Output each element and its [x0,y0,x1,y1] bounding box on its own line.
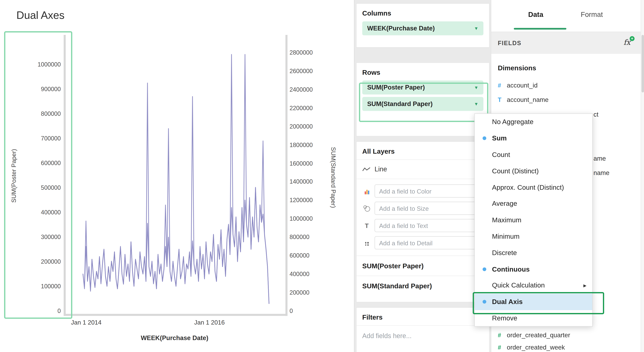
measure-row-list: SUM(Poster Paper)SUM(Standard Paper) [356,256,489,296]
text-type-icon: T [498,96,507,103]
menu-item-quick-calculation[interactable]: Quick Calculation▸ [475,277,592,294]
menu-item-label: Minimum [492,232,520,240]
rows-pill-sum-standard-paper[interactable]: SUM(Standard Paper)▼ [362,97,484,111]
number-type-icon: # [498,82,507,88]
right-axis-tick-label: 1000000 [290,215,313,222]
menu-item-label: Remove [492,314,517,322]
dimensions-header: Dimensions [498,64,536,72]
all-layers-card: All Layers Line T SUM(Poster Paper)SUM(S… [356,141,490,302]
filters-drop-target[interactable]: Add fields here... [356,326,489,346]
dimension-field-list: #account_idTaccount_name [491,78,644,107]
menu-item-label: Quick Calculation [492,282,545,289]
rows-card: Rows SUM(Poster Paper)▼SUM(Standard Pape… [356,62,490,136]
obscured-field-fragment: ame [594,155,606,162]
add-formula-button[interactable]: fx+ [624,38,630,46]
tab-format[interactable]: Format [581,11,603,19]
obscured-field-fragment: ct [594,111,598,118]
tab-data[interactable]: Data [528,11,544,19]
left-axis-tick-label: 400000 [21,209,61,216]
menu-item-approx-count-distinct[interactable]: Approx. Count (Distinct) [475,179,592,196]
field-order-created-quarter[interactable]: #order_created_quarter [491,329,644,342]
mark-type-selector[interactable]: Line [356,160,489,179]
obscured-field-fragment: name [594,169,610,177]
fields-section-bar: FIELDS fx+ [491,32,644,54]
filters-header: Filters [356,308,489,326]
add-field-to-size-input[interactable] [374,202,484,215]
x-axis-title: WEEK(Purchase Date) [123,334,226,342]
left-axis-tick-label: 600000 [21,160,61,167]
add-field-to-detail-input[interactable] [374,236,484,249]
menu-item-discrete[interactable]: Discrete [475,245,592,261]
right-axis-ticks: 0200000400000600000800000100000012000001… [290,0,335,352]
left-axis-title: SUM(Poster Paper) [10,149,17,203]
right-axis-tick-label: 2200000 [290,104,313,112]
field-target-color [356,182,489,200]
x-tick-label: Jan 1 2016 [185,319,234,326]
submenu-arrow-icon: ▸ [584,282,586,289]
right-axis-tick-label: 0 [290,307,293,315]
menu-item-label: Discrete [492,249,517,256]
left-axis-tick-label: 100000 [21,283,61,290]
left-axis-tick-label: 1000000 [21,61,61,68]
menu-item-label: Approx. Count (Distinct) [492,184,564,191]
menu-item-dual-axis[interactable]: Dual Axis [475,294,592,310]
app-window: Dual Axes 010000020000030000040000050000… [0,0,644,352]
add-field-to-text-input[interactable] [374,219,484,232]
pill-label: WEEK(Purchase Date) [367,25,435,32]
dimension-field-list-bottom: #order_created_quarter#order_created_wee… [491,329,644,352]
menu-item-label: Continuous [492,265,530,273]
menu-item-label: Maximum [492,216,522,224]
field-name: account_id [507,82,538,89]
chart-panel: Dual Axes 010000020000030000040000050000… [0,0,354,352]
menu-item-count-distinct[interactable]: Count (Distinct) [475,163,592,179]
line-mark-icon [362,166,370,172]
menu-item-label: Sum [492,134,507,142]
menu-item-no-aggregate[interactable]: No Aggregate [475,114,592,130]
dropdown-caret-icon[interactable]: ▼ [474,85,478,90]
menu-item-remove[interactable]: Remove [475,310,592,326]
pill-label: SUM(Poster Paper) [367,84,425,91]
add-field-to-color-input[interactable] [374,184,484,198]
number-type-icon: # [498,332,507,338]
right-axis-tick-label: 2600000 [290,67,313,75]
text-icon: T [361,222,372,229]
menu-item-minimum[interactable]: Minimum [475,228,592,245]
menu-item-label: Average [492,200,517,208]
fields-header: FIELDS [491,40,522,46]
field-order-created-week[interactable]: #order_created_week [491,342,644,352]
menu-item-count[interactable]: Count [475,146,592,163]
field-target-detail [356,234,489,252]
menu-item-average[interactable]: Average [475,196,592,212]
scrollbar[interactable] [641,0,644,352]
left-axis-tick-label: 500000 [21,184,61,192]
columns-pill-week-purchase-date[interactable]: WEEK(Purchase Date)▼ [362,21,484,35]
x-tick-label: Jan 1 2014 [62,319,111,326]
dropdown-caret-icon[interactable]: ▼ [474,102,478,106]
mark-type-label: Line [374,166,387,173]
scrollbar-thumb[interactable] [642,35,644,92]
aggregate-context-menu: No AggregateSumCountCount (Distinct)Appr… [474,113,592,327]
menu-item-continuous[interactable]: Continuous [475,261,592,277]
shelf-panel: Columns WEEK(Purchase Date)▼ Rows SUM(Po… [354,0,491,352]
measure-row-sum-standard-paper[interactable]: SUM(Standard Paper) [356,276,489,296]
field-target-list: T [356,179,489,256]
measure-row-sum-poster-paper[interactable]: SUM(Poster Paper) [356,256,489,276]
dual-axis-line-chart [64,35,288,315]
columns-card: Columns WEEK(Purchase Date)▼ [356,3,490,48]
dropdown-caret-icon[interactable]: ▼ [474,26,478,31]
detail-icon [361,240,372,246]
menu-item-maximum[interactable]: Maximum [475,212,592,228]
menu-item-sum[interactable]: Sum [475,130,592,146]
rows-header: Rows [356,63,489,80]
field-account-id[interactable]: #account_id [491,78,644,92]
menu-item-label: No Aggregate [492,118,534,126]
field-account-name[interactable]: Taccount_name [491,92,644,107]
right-axis-tick-label: 1800000 [290,141,313,148]
right-axis-tick-label: 600000 [290,252,310,259]
rows-pill-sum-poster-paper[interactable]: SUM(Poster Paper)▼ [362,80,484,94]
right-axis-tick-label: 2000000 [290,123,313,130]
size-icon [361,205,372,212]
right-axis-tick-label: 1600000 [290,160,313,167]
right-axis-tick-label: 400000 [290,270,310,278]
menu-item-label: Dual Axis [492,298,522,306]
